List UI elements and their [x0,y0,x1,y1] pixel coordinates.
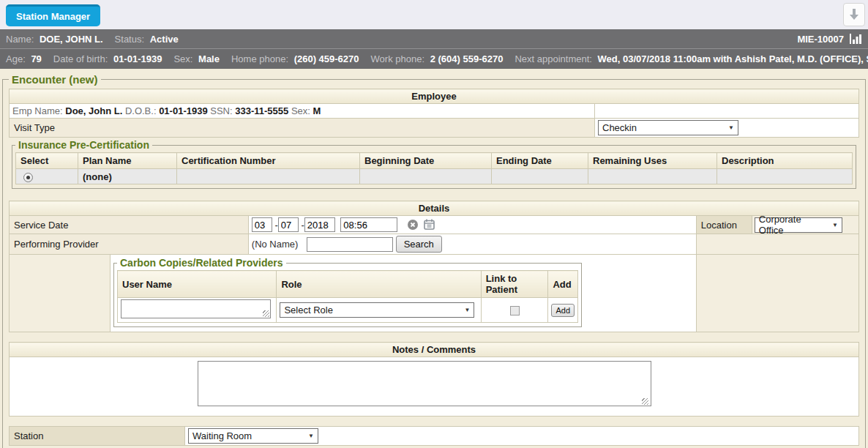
sex-label: Sex: [173,53,192,64]
service-date-year-input[interactable] [304,217,335,232]
visit-type-selected: Checkin [602,122,637,133]
col-link-to-patient: Link to Patient [481,271,548,298]
role-select[interactable]: Select Role ▼ [280,302,474,318]
service-date-label: Service Date [10,216,249,234]
service-date-month-input[interactable] [252,217,272,232]
clear-date-button[interactable] [408,220,418,232]
next-appointment-value: Wed, 03/07/2018 11:00am with Ashish Pate… [598,53,868,64]
insurance-table: Select Plan Name Certification Number Be… [15,152,853,184]
station-table: Station Waiting Room ▼ [9,426,859,446]
location-selected: Corporate Office [759,214,826,236]
next-appointment-label: Next appointment: [515,53,592,64]
sex-value: Male [198,53,220,64]
notes-table: Notes / Comments [9,342,859,417]
station-select[interactable]: Waiting Room ▼ [188,428,318,444]
chart-icon[interactable] [850,34,862,44]
emp-ssn-label: SSN: [210,105,232,116]
performing-provider-label: Performing Provider [10,234,249,255]
employee-info: Emp Name: Doe, John L. D.O.B.: 01-01-193… [10,104,595,119]
dropdown-arrow-icon: ▼ [464,307,470,313]
page-body: Encounter (new) Employee Emp Name: Doe, … [0,69,868,448]
service-time-input[interactable] [340,217,397,232]
link-to-patient-checkbox[interactable] [510,306,520,316]
clear-icon [408,220,418,230]
visit-type-label: Visit Type [10,119,595,138]
patient-status: Active [150,34,179,45]
employee-section-header: Employee [10,89,859,104]
emp-dob-value: 01-01-1939 [159,105,208,116]
status-label: Status: [115,34,144,45]
col-role: Role [277,271,481,298]
top-toolbar: Station Manager [0,0,868,29]
work-phone-label: Work phone: [371,53,424,64]
provider-search-input[interactable] [307,237,393,252]
insurance-precert-fieldset: Insurance Pre-Certification Select Plan … [12,139,856,189]
patient-demographics-bar: Age: 79 Date of birth: 01-01-1939 Sex: M… [0,48,868,69]
plan-name-none: (none) [78,169,177,184]
emp-sex-value: M [313,105,321,116]
carbon-copies-header-row: User Name Role Link to Patient Add [118,271,578,298]
station-manager-button[interactable]: Station Manager [6,4,100,26]
work-phone-value: 2 (604) 559-6270 [430,53,504,64]
col-description: Description [717,153,853,169]
visit-type-select[interactable]: Checkin ▼ [598,120,738,135]
carbon-copies-fieldset: Carbon Copies/Related Providers User Nam… [113,257,582,327]
notes-textarea[interactable] [198,361,651,406]
age-label: Age: [6,53,26,64]
download-button[interactable] [843,3,865,26]
col-remaining-uses: Remaining Uses [588,153,717,169]
home-phone-value: (260) 459-6270 [294,53,359,64]
encounter-fieldset: Encounter (new) Employee Emp Name: Doe, … [2,73,866,448]
service-date-day-input[interactable] [278,217,299,232]
col-user-name: User Name [118,271,277,298]
details-table: Details Service Date - - [9,201,859,332]
station-label: Station [10,427,185,446]
patient-id: MIE-10007 [797,34,844,45]
emp-dob-label: D.O.B.: [125,105,157,116]
col-ending-date: Ending Date [492,153,588,169]
age-value: 79 [31,53,41,64]
employee-table: Employee Emp Name: Doe, John L. D.O.B.: … [9,89,859,138]
col-beginning-date: Beginning Date [360,153,492,169]
emp-sex-label: Sex: [291,105,310,116]
dob-value: 01-01-1939 [113,53,162,64]
user-name-input[interactable] [121,299,271,318]
col-certification-number: Certification Number [177,153,360,169]
precert-none-radio[interactable] [23,173,33,182]
home-phone-label: Home phone: [231,53,288,64]
notes-section-header: Notes / Comments [10,343,859,357]
name-label: Name: [6,34,34,45]
calendar-button[interactable] [424,219,435,232]
role-selected: Select Role [284,305,332,316]
location-label: Location [696,216,752,234]
insurance-precert-legend: Insurance Pre-Certification [15,139,152,151]
emp-name-label: Emp Name: [12,105,63,116]
station-manager-screen: Station Manager Name: DOE, JOHN L. Statu… [0,0,868,448]
provider-name-text: (No Name) [252,239,299,250]
dropdown-arrow-icon: ▼ [832,222,838,228]
dob-label: Date of birth: [53,53,108,64]
patient-header-bar: Name: DOE, JOHN L. Status: Active MIE-10… [0,29,868,48]
emp-ssn-value: 333-11-5555 [235,105,288,116]
carbon-copies-table: User Name Role Link to Patient Add [117,270,578,323]
insurance-row-none: (none) [16,169,853,184]
col-add: Add [548,271,578,298]
dropdown-arrow-icon: ▼ [308,433,314,439]
patient-name: DOE, JOHN L. [40,34,103,45]
encounter-legend: Encounter (new) [9,73,101,86]
station-selected: Waiting Room [192,430,252,441]
details-section-header: Details [10,201,859,216]
col-select: Select [16,153,78,169]
calendar-icon [424,219,435,230]
download-icon [848,8,860,21]
provider-search-button[interactable]: Search [396,236,442,253]
carbon-copies-legend: Carbon Copies/Related Providers [117,257,286,269]
emp-name-value: Doe, John L. [65,105,122,116]
add-provider-button[interactable]: Add [551,304,575,317]
dropdown-arrow-icon: ▼ [728,124,734,131]
col-plan-name: Plan Name [78,153,177,169]
location-select[interactable]: Corporate Office ▼ [755,217,842,233]
insurance-header-row: Select Plan Name Certification Number Be… [16,153,853,169]
